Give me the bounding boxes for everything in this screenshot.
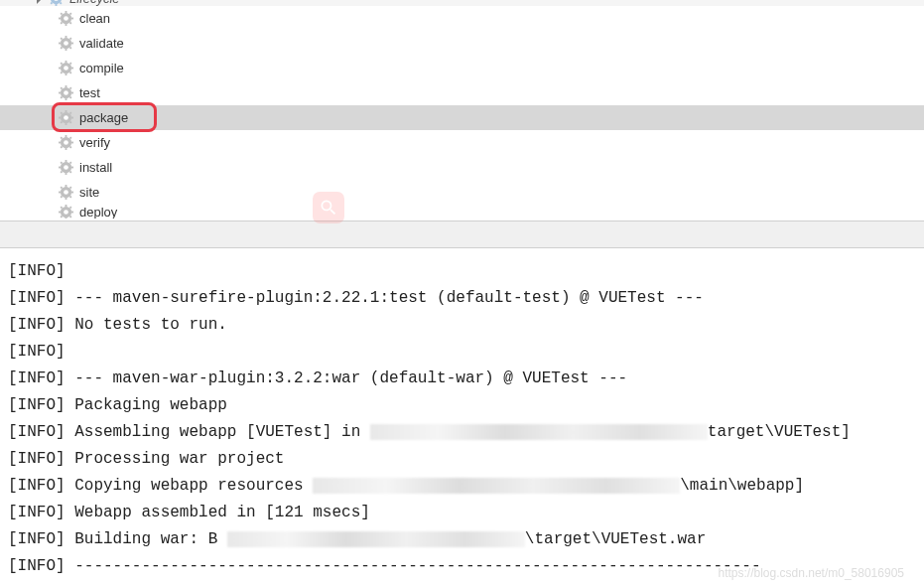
console-line: [INFO] [8,339,916,366]
svg-rect-62 [65,135,66,138]
console-line: [INFO] Processing war project [8,446,916,473]
gear-icon [58,160,73,176]
lifecycle-item-clean[interactable]: clean [0,6,924,31]
svg-rect-84 [59,192,62,194]
svg-rect-23 [65,48,66,51]
svg-point-11 [64,16,68,21]
build-console-output[interactable]: [INFO][INFO] --- maven-surefire-plugin:2… [0,248,924,580]
lifecycle-label: clean [79,11,110,26]
svg-rect-35 [70,68,73,70]
svg-point-21 [64,41,68,46]
lifecycle-label: install [79,160,112,175]
tree-root-label: Lifecycle [69,0,120,6]
gear-icon [58,11,73,27]
svg-rect-63 [65,147,66,150]
lifecycle-item-test[interactable]: test [0,80,924,105]
gear-icon [58,135,73,151]
svg-rect-42 [65,85,66,88]
svg-rect-13 [65,23,66,26]
lifecycle-item-site[interactable]: site [0,180,924,205]
svg-point-31 [64,66,68,71]
svg-rect-14 [59,18,62,20]
svg-rect-82 [65,185,66,188]
lifecycle-item-validate[interactable]: validate [0,31,924,56]
gear-icon [48,0,64,6]
gear-icon [58,61,73,76]
console-line: [INFO] Building war: B \target\VUETest.w… [8,526,916,553]
svg-rect-3 [55,3,57,6]
lifecycle-label: deploy [79,205,117,219]
console-line: [INFO] Packaging webapp [8,392,916,419]
console-line: [INFO] No tests to run. [8,312,916,339]
gear-icon [58,85,73,101]
svg-rect-32 [65,61,66,64]
svg-rect-64 [59,142,62,144]
maven-lifecycle-tree: Lifecycle clean validate compile test pa… [0,0,924,219]
svg-point-81 [64,190,68,195]
svg-rect-52 [65,110,66,113]
svg-rect-43 [65,97,66,100]
svg-rect-54 [59,117,62,119]
svg-rect-24 [59,43,62,45]
lifecycle-label: package [79,110,128,125]
console-line: [INFO] Copying webapp resources \main\we… [8,473,916,500]
lifecycle-label: verify [79,135,110,150]
svg-rect-72 [65,160,66,163]
svg-point-71 [64,165,68,170]
svg-rect-94 [59,211,62,213]
lifecycle-item-package[interactable]: package [0,105,924,130]
gear-icon [58,185,73,201]
console-line: [INFO] --- maven-war-plugin:3.2.2:war (d… [8,366,916,392]
svg-rect-22 [65,36,66,39]
console-line: [INFO] --- maven-surefire-plugin:2.22.1:… [8,285,916,312]
svg-rect-92 [65,205,66,207]
console-line: [INFO] Webapp assembled in [121 msecs] [8,500,916,526]
gear-icon [58,110,73,126]
redacted-path [313,478,680,494]
svg-rect-34 [59,68,62,70]
svg-rect-93 [65,217,66,219]
svg-rect-65 [70,142,73,144]
expand-arrow-icon [35,0,45,6]
svg-rect-73 [65,172,66,175]
lifecycle-item-deploy[interactable]: deploy [0,205,924,219]
svg-rect-95 [70,211,73,213]
lifecycle-label: validate [79,36,124,51]
gear-icon [58,205,73,219]
svg-rect-85 [70,192,73,194]
svg-rect-83 [65,197,66,200]
gear-icon [58,36,73,52]
svg-rect-12 [65,11,66,14]
svg-rect-25 [70,43,73,45]
lifecycle-item-verify[interactable]: verify [0,130,924,155]
svg-rect-33 [65,73,66,75]
console-line: [INFO] [8,258,916,285]
svg-point-61 [64,140,68,145]
svg-rect-45 [70,92,73,94]
svg-rect-44 [59,92,62,94]
svg-point-91 [64,210,68,215]
svg-rect-15 [70,18,73,20]
svg-point-51 [64,115,68,120]
console-line: [INFO] Assembling webapp [VUETest] in ta… [8,419,916,446]
panel-separator [0,220,924,248]
svg-rect-74 [59,167,62,169]
svg-rect-55 [70,117,73,119]
svg-point-41 [64,90,68,95]
lifecycle-label: site [79,185,99,200]
redacted-path [370,424,708,440]
redacted-path [227,531,525,547]
svg-rect-53 [65,122,66,125]
lifecycle-label: compile [79,61,124,75]
csdn-watermark: https://blog.csdn.net/m0_58016905 [719,566,904,580]
lifecycle-item-install[interactable]: install [0,155,924,180]
svg-rect-75 [70,167,73,169]
lifecycle-label: test [79,85,100,100]
lifecycle-item-compile[interactable]: compile [0,56,924,80]
search-watermark-icon [313,192,344,223]
